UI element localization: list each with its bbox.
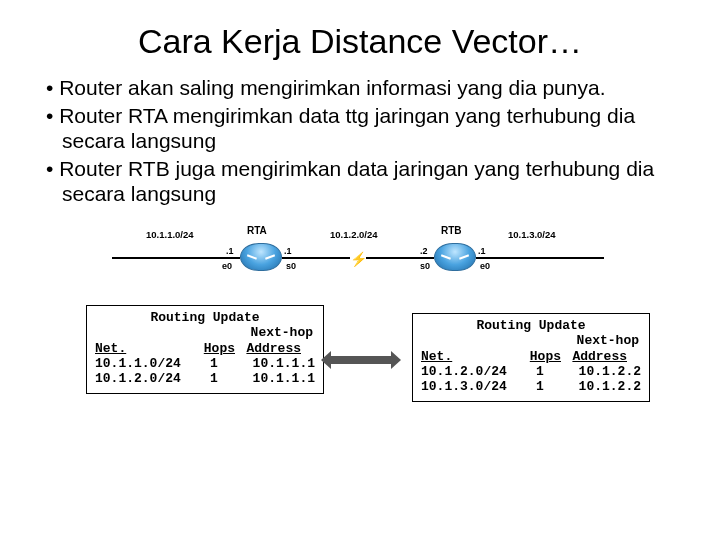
cell-hops: 1 [519,379,561,394]
update-arrow-icon [321,351,401,369]
router-label: RTB [441,225,462,236]
table-nexthop-label: Next-hop [421,333,641,348]
table-row: 10.1.2.0/24 1 10.1.1.1 [95,371,315,386]
network-diagram: ⚡ RTA RTB 10.1.1.0/24 10.1.2.0/24 10.1.3… [0,217,720,297]
col-hops: Hops [519,349,561,364]
bullet-item: Router RTA mengirimkan data ttg jaringan… [46,103,690,154]
host-addr: .1 [478,246,486,256]
interface-label: e0 [480,261,490,271]
network-label: 10.1.3.0/24 [508,229,556,240]
bullet-list: Router akan saling mengirimkan informasi… [46,75,690,207]
table-title: Routing Update [95,310,315,325]
link-line [366,257,434,259]
cell-addr: 10.1.2.2 [561,379,641,394]
cell-net: 10.1.3.0/24 [421,379,519,394]
serial-link-icon: ⚡ [350,251,367,267]
interface-label: s0 [286,261,296,271]
cell-addr: 10.1.2.2 [561,364,641,379]
host-addr: .1 [226,246,234,256]
interface-label: s0 [420,261,430,271]
slide-title: Cara Kerja Distance Vector… [0,22,720,61]
table-row: 10.1.1.0/24 1 10.1.1.1 [95,356,315,371]
bullet-item: Router akan saling mengirimkan informasi… [46,75,690,101]
routing-update-rtb: Routing Update Next-hop Net. Hops Addres… [412,313,650,402]
router-rta-icon [240,243,282,271]
network-label: 10.1.1.0/24 [146,229,194,240]
routing-update-rta: Routing Update Next-hop Net. Hops Addres… [86,305,324,394]
cell-net: 10.1.2.0/24 [421,364,519,379]
router-rtb-icon [434,243,476,271]
cell-net: 10.1.1.0/24 [95,356,193,371]
col-addr: Address [235,341,301,356]
routing-tables: Routing Update Next-hop Net. Hops Addres… [0,299,720,429]
table-row: 10.1.2.0/24 1 10.1.2.2 [421,364,641,379]
table-nexthop-label: Next-hop [95,325,315,340]
table-row: 10.1.3.0/24 1 10.1.2.2 [421,379,641,394]
col-hops: Hops [193,341,235,356]
network-label: 10.1.2.0/24 [330,229,378,240]
link-line [476,257,604,259]
col-net: Net. [421,349,519,364]
link-line [112,257,240,259]
link-line [282,257,350,259]
table-title: Routing Update [421,318,641,333]
col-addr: Address [561,349,627,364]
host-addr: .2 [420,246,428,256]
host-addr: .1 [284,246,292,256]
cell-addr: 10.1.1.1 [235,371,315,386]
cell-addr: 10.1.1.1 [235,356,315,371]
col-net: Net. [95,341,193,356]
cell-hops: 1 [193,356,235,371]
cell-hops: 1 [519,364,561,379]
interface-label: e0 [222,261,232,271]
cell-hops: 1 [193,371,235,386]
bullet-item: Router RTB juga mengirimkan data jaringa… [46,156,690,207]
router-label: RTA [247,225,267,236]
cell-net: 10.1.2.0/24 [95,371,193,386]
